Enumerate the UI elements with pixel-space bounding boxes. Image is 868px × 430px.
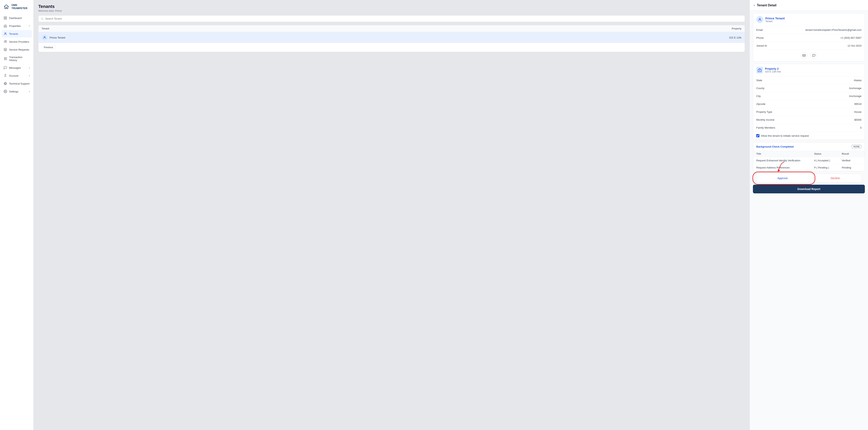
- bg-col-header-status: Status: [814, 152, 842, 155]
- bg-row1-result: Verified: [842, 159, 862, 162]
- svg-point-5: [5, 33, 6, 34]
- user-icon: [4, 32, 7, 35]
- sidebar-item-properties[interactable]: Properties ▾: [2, 22, 32, 30]
- person-icon: [4, 74, 7, 78]
- svg-point-17: [5, 91, 6, 92]
- search-input[interactable]: [45, 17, 742, 20]
- property-card: Property 2 315 E 12th Ave State Alaska C…: [753, 64, 865, 140]
- sidebar-item-service-providers[interactable]: Service Providers: [2, 38, 32, 46]
- action-buttons-wrapper: Approve Decline: [753, 174, 865, 183]
- property-address: 315 E 12th Ave: [765, 70, 781, 73]
- background-check-section: Background Check Completed NONE Title St…: [753, 142, 865, 171]
- account-chevron: ▾: [29, 75, 30, 77]
- detail-header: ‹ Tenant Detail: [750, 0, 868, 11]
- svg-point-12: [5, 83, 6, 84]
- svg-rect-0: [3, 3, 10, 10]
- back-button[interactable]: ‹: [754, 3, 755, 7]
- svg-point-21: [759, 18, 761, 20]
- bg-check-row-2: Request Address References P ( Pending )…: [753, 164, 865, 171]
- user-avatar-icon: [43, 36, 46, 39]
- layers-icon: [4, 48, 7, 51]
- settings-chevron: ▾: [29, 90, 30, 93]
- bg-row2-title: Request Address References: [756, 166, 814, 169]
- city-value: Anchorage: [849, 95, 862, 97]
- family-members-value: 3: [860, 126, 862, 129]
- svg-rect-2: [6, 17, 7, 18]
- zipcode-row: Zipcode 99518: [753, 100, 865, 108]
- action-buttons: Approve Decline: [756, 174, 862, 183]
- monthly-income-label: Monthly Income: [756, 118, 855, 121]
- bg-row2-result: Pending: [842, 166, 862, 169]
- sidebar-label-messages: Messages: [9, 66, 21, 69]
- gear-icon: [4, 90, 7, 93]
- sidebar-item-tenants[interactable]: Tenants: [2, 30, 32, 37]
- prev-button[interactable]: Previous: [42, 45, 55, 50]
- chat-icon: [812, 54, 815, 57]
- sidebar-item-transaction-history[interactable]: Transaction History: [2, 54, 32, 64]
- svg-rect-4: [6, 18, 7, 19]
- bg-row1-title: Request Enhanced Identity Verification: [756, 159, 814, 162]
- col-header-property: Property: [718, 27, 741, 30]
- tenant-detail-panel: ‹ Tenant Detail Prince Tenant Tenant Ema…: [749, 0, 868, 430]
- svg-line-19: [43, 19, 43, 20]
- sidebar-item-technical-support[interactable]: Technical Support: [2, 80, 32, 87]
- logo: OME TRUMPETER: [0, 0, 33, 14]
- approve-button[interactable]: Approve: [756, 174, 809, 182]
- search-bar-container: [38, 16, 745, 22]
- tenants-panel: Tenants Welcome back, Prince Tenant Prop…: [34, 0, 749, 430]
- property-type-label: Property Type: [756, 110, 854, 113]
- tenant-name: Prince Tenant: [50, 36, 729, 39]
- search-icon: [41, 18, 43, 20]
- tenant-avatar-icon: [758, 18, 762, 22]
- building-icon: [758, 68, 762, 72]
- sidebar-label-account: Account: [9, 74, 18, 77]
- tenant-info-header: Prince Tenant Tenant: [753, 13, 865, 26]
- tenant-name-group: Prince Tenant Tenant: [765, 17, 785, 23]
- property-name-group: Property 2 315 E 12th Ave: [765, 67, 781, 73]
- state-row: State Alaska: [753, 77, 865, 84]
- table-header: Tenant Property: [38, 25, 745, 32]
- decline-button[interactable]: Decline: [809, 174, 862, 182]
- svg-rect-22: [803, 55, 805, 57]
- joined-label: Joined At: [756, 44, 847, 47]
- bg-row2-status: P ( Pending ): [814, 166, 842, 169]
- bg-table-header: Title Status Result: [753, 151, 865, 157]
- property-header: Property 2 315 E 12th Ave: [753, 64, 865, 77]
- sidebar-item-messages[interactable]: Messages ▾: [2, 64, 32, 71]
- sidebar-label-settings: Settings: [9, 90, 18, 93]
- service-request-checkbox-row: Allow this tenant to initiate service re…: [753, 132, 865, 140]
- home-logo-icon: [3, 3, 10, 10]
- state-label: State: [756, 79, 854, 82]
- contact-actions: [753, 50, 865, 61]
- sidebar-label-technical-support: Technical Support: [9, 82, 29, 85]
- sidebar-item-dashboard[interactable]: Dashboard: [2, 14, 32, 22]
- property-type-row: Property Type House: [753, 108, 865, 116]
- download-report-button[interactable]: Download Report: [753, 185, 865, 193]
- sidebar-item-account[interactable]: Account ▾: [2, 72, 32, 79]
- table-row[interactable]: Prince Tenant 315 E 12th: [38, 32, 745, 43]
- svg-point-10: [5, 74, 6, 76]
- city-row: City Anchorage: [753, 92, 865, 100]
- sidebar: OME TRUMPETER Dashboard Properties ▾ Ten…: [0, 0, 34, 430]
- bg-col-header-title: Title: [756, 152, 814, 155]
- tenant-full-name: Prince Tenant: [765, 17, 785, 20]
- properties-chevron: ▾: [29, 25, 30, 27]
- chat-contact-button[interactable]: [811, 52, 817, 59]
- bg-col-header-result: Result: [842, 152, 862, 155]
- tenants-table: Tenant Property Prince Tenant 315 E 12th…: [38, 25, 745, 52]
- monthly-income-row: Monthly Income $5000: [753, 116, 865, 124]
- sidebar-label-service-providers: Service Providers: [9, 40, 29, 43]
- email-label: Email: [756, 28, 805, 31]
- bg-check-title: Background Check Completed: [756, 145, 794, 148]
- county-value: Anchorage: [849, 87, 862, 90]
- users-icon: [4, 40, 7, 44]
- svg-rect-3: [4, 18, 5, 19]
- message-icon: [4, 66, 7, 69]
- sidebar-label-properties: Properties: [9, 25, 21, 27]
- avatar: [42, 34, 48, 40]
- service-request-checkbox[interactable]: [756, 134, 760, 137]
- phone-row: Phone +1 (403) 667-5067: [753, 34, 865, 42]
- sidebar-item-service-requests[interactable]: Service Requests: [2, 46, 32, 53]
- sidebar-item-settings[interactable]: Settings ▾: [2, 88, 32, 95]
- email-contact-button[interactable]: [801, 52, 807, 59]
